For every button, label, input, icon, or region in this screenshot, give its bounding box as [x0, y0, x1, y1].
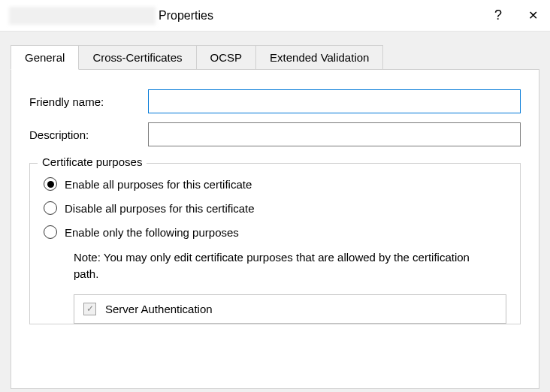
- tab-label: Extended Validation: [270, 51, 369, 64]
- description-input[interactable]: [148, 122, 521, 146]
- check-icon: ✓: [86, 304, 94, 313]
- description-label: Description:: [29, 128, 148, 141]
- purposes-note: Note: You may only edit certificate purp…: [74, 249, 506, 282]
- purposes-list: ✓ Server Authentication: [74, 294, 506, 324]
- tab-strip: General Cross-Certificates OCSP Extended…: [11, 45, 539, 69]
- checkbox-disabled-checked: ✓: [83, 303, 96, 315]
- window-title: Properties: [159, 9, 213, 23]
- tab-ocsp[interactable]: OCSP: [196, 45, 257, 69]
- dialog-content: General Cross-Certificates OCSP Extended…: [0, 32, 550, 392]
- purpose-item: ✓ Server Authentication: [83, 303, 497, 315]
- radio-label: Enable all purposes for this certificate: [65, 178, 252, 191]
- friendly-name-label: Friendly name:: [29, 95, 148, 108]
- radio-disable-all[interactable]: Disable all purposes for this certificat…: [44, 201, 506, 215]
- description-row: Description:: [29, 122, 521, 146]
- fieldset-legend: Certificate purposes: [38, 155, 147, 168]
- titlebar-subject-redacted: [9, 7, 156, 25]
- radio-icon: [44, 177, 57, 191]
- tab-label: OCSP: [210, 51, 243, 64]
- friendly-name-input[interactable]: [148, 89, 521, 113]
- tab-general[interactable]: General: [11, 45, 79, 70]
- tab-label: General: [25, 51, 65, 64]
- radio-label: Enable only the following purposes: [65, 226, 239, 239]
- titlebar: Properties ? ✕: [0, 0, 550, 32]
- tab-extended-validation[interactable]: Extended Validation: [255, 45, 383, 69]
- radio-icon: [44, 225, 57, 239]
- tab-panel-general: Friendly name: Description: Certificate …: [11, 69, 539, 389]
- radio-icon: [44, 201, 57, 215]
- purpose-label: Server Authentication: [105, 303, 213, 315]
- help-button[interactable]: ?: [481, 2, 515, 29]
- friendly-name-row: Friendly name:: [29, 89, 521, 113]
- tab-label: Cross-Certificates: [92, 51, 182, 64]
- tab-cross-certificates[interactable]: Cross-Certificates: [78, 45, 196, 69]
- radio-enable-all[interactable]: Enable all purposes for this certificate: [44, 177, 506, 191]
- certificate-purposes-fieldset: Certificate purposes Enable all purposes…: [29, 163, 521, 324]
- radio-enable-only[interactable]: Enable only the following purposes: [44, 225, 506, 239]
- radio-label: Disable all purposes for this certificat…: [65, 202, 255, 215]
- close-button[interactable]: ✕: [515, 2, 550, 29]
